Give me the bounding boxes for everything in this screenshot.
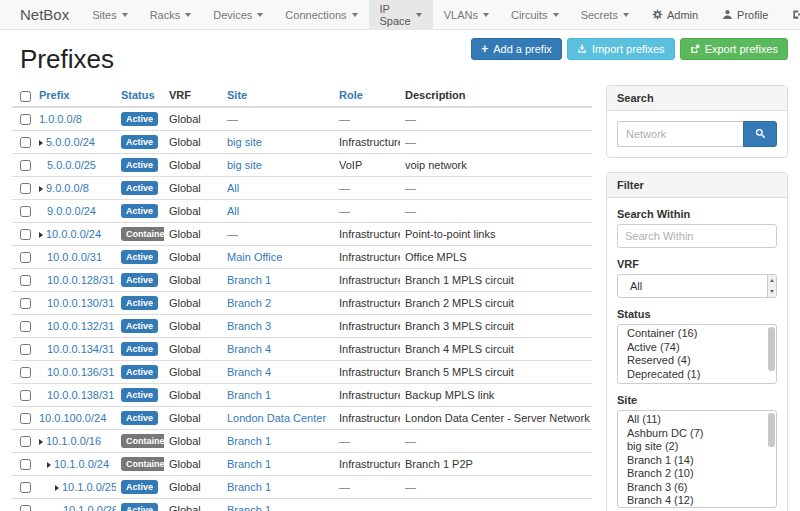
site-link[interactable]: Branch 1	[227, 274, 271, 286]
admin-link[interactable]: Admin	[640, 0, 710, 29]
expand-arrow-icon[interactable]	[39, 232, 43, 238]
select-all-checkbox[interactable]	[20, 91, 31, 102]
site-link[interactable]: Branch 1	[227, 481, 271, 493]
row-checkbox[interactable]	[20, 275, 31, 286]
brand-link[interactable]: NetBox	[8, 0, 81, 29]
nav-item-secrets[interactable]: Secrets	[570, 0, 640, 29]
column-sort-link[interactable]: Site	[227, 89, 247, 101]
prefix-link[interactable]: 10.0.0.128/31	[47, 274, 114, 286]
row-checkbox[interactable]	[20, 114, 31, 125]
prefix-link[interactable]: 10.0.0.130/31	[47, 297, 114, 309]
site-link[interactable]: All	[227, 182, 239, 194]
vrf-select[interactable]: All	[617, 274, 777, 298]
row-checkbox[interactable]	[20, 390, 31, 401]
search-input[interactable]	[617, 121, 743, 147]
nav-item-sites[interactable]: Sites	[81, 0, 138, 29]
column-sort-link[interactable]: Status	[121, 89, 155, 101]
listbox-option[interactable]: Deprecated (1)	[618, 368, 776, 382]
prefix-link[interactable]: 10.0.0.136/31	[47, 366, 114, 378]
prefix-link[interactable]: 10.0.0.138/31	[47, 389, 114, 401]
scrollbar-thumb[interactable]	[768, 327, 775, 371]
site-link[interactable]: Branch 2	[227, 297, 271, 309]
site-link[interactable]: big site	[227, 159, 262, 171]
import-prefixes-button[interactable]: Import prefixes	[567, 38, 675, 60]
site-link[interactable]: Branch 1	[227, 458, 271, 470]
prefix-link[interactable]: 5.0.0.0/24	[46, 136, 95, 148]
prefix-link[interactable]: 10.1.0.0/26	[63, 504, 116, 511]
nav-item-ip-space[interactable]: IP Space	[369, 0, 433, 29]
listbox-option[interactable]: Branch 4 (12)	[618, 494, 776, 508]
search-submit-button[interactable]	[743, 121, 777, 147]
row-checkbox[interactable]	[20, 183, 31, 194]
prefix-link[interactable]: 9.0.0.0/24	[47, 205, 96, 217]
prefix-link[interactable]: 5.0.0.0/25	[47, 159, 96, 171]
row-checkbox[interactable]	[20, 505, 31, 511]
row-checkbox[interactable]	[20, 367, 31, 378]
export-prefixes-button[interactable]: Export prefixes	[680, 38, 788, 60]
status-multiselect[interactable]: Container (16)Active (74)Reserved (4)Dep…	[617, 324, 777, 384]
nav-item-vlans[interactable]: VLANs	[433, 0, 500, 29]
expand-arrow-icon[interactable]	[39, 186, 43, 192]
profile-link[interactable]: Profile	[710, 0, 780, 29]
expand-arrow-icon[interactable]	[39, 140, 43, 146]
listbox-option[interactable]: big site (2)	[618, 440, 776, 454]
nav-item-connections[interactable]: Connections	[274, 0, 368, 29]
site-link[interactable]: All	[227, 205, 239, 217]
search-within-input[interactable]	[617, 224, 777, 248]
prefix-link[interactable]: 10.1.0.0/24	[54, 458, 109, 470]
site-link[interactable]: Branch 1	[227, 435, 271, 447]
prefix-link[interactable]: 1.0.0.0/8	[39, 113, 82, 125]
site-link[interactable]: Main Office	[227, 251, 282, 263]
prefix-link[interactable]: 10.0.0.0/31	[47, 251, 102, 263]
row-checkbox[interactable]	[20, 436, 31, 447]
scrollbar-thumb[interactable]	[768, 413, 775, 447]
logout-link[interactable]: Log out	[780, 0, 800, 29]
prefix-link[interactable]: 10.0.0.132/31	[47, 320, 114, 332]
row-checkbox[interactable]	[20, 459, 31, 470]
row-checkbox[interactable]	[20, 229, 31, 240]
expand-arrow-icon[interactable]	[39, 439, 43, 445]
nav-item-racks[interactable]: Racks	[139, 0, 203, 29]
select-spinner-icon[interactable]	[767, 275, 776, 297]
row-checkbox[interactable]	[20, 206, 31, 217]
listbox-option[interactable]: Ashburn DC (7)	[618, 427, 776, 441]
column-sort-link[interactable]: Prefix	[39, 89, 70, 101]
listbox-option[interactable]: Branch 3 (6)	[618, 481, 776, 495]
site-link[interactable]: Branch 4	[227, 366, 271, 378]
site-link[interactable]: Branch 1	[227, 389, 271, 401]
site-multiselect[interactable]: All (11)Ashburn DC (7)big site (2)Branch…	[617, 410, 777, 508]
prefix-link[interactable]: 10.0.100.0/24	[39, 412, 106, 424]
listbox-option[interactable]: Branch 1 (14)	[618, 454, 776, 468]
listbox-option[interactable]: Branch 5 (7)	[618, 508, 776, 509]
site-link[interactable]: big site	[227, 136, 262, 148]
add-prefix-button[interactable]: + Add a prefix	[471, 38, 562, 60]
row-checkbox[interactable]	[20, 160, 31, 171]
prefix-link[interactable]: 10.0.0.134/31	[47, 343, 114, 355]
listbox-option[interactable]: Reserved (4)	[618, 354, 776, 368]
listbox-option[interactable]: Active (74)	[618, 341, 776, 355]
prefix-link[interactable]: 10.1.0.0/25	[62, 481, 116, 493]
prefix-link[interactable]: 10.0.0.0/24	[46, 228, 101, 240]
prefix-link[interactable]: 9.0.0.0/8	[46, 182, 89, 194]
row-checkbox[interactable]	[20, 252, 31, 263]
row-checkbox[interactable]	[20, 137, 31, 148]
site-link[interactable]: Branch 4	[227, 343, 271, 355]
listbox-option[interactable]: Container (16)	[618, 327, 776, 341]
expand-arrow-icon[interactable]	[47, 462, 51, 468]
tree-indent	[39, 352, 47, 353]
site-link[interactable]: Branch 1	[227, 504, 271, 511]
row-checkbox[interactable]	[20, 298, 31, 309]
site-link[interactable]: Branch 3	[227, 320, 271, 332]
site-link[interactable]: London Data Center	[227, 412, 326, 424]
column-sort-link[interactable]: Role	[339, 89, 363, 101]
prefix-link[interactable]: 10.1.0.0/16	[46, 435, 101, 447]
nav-item-circuits[interactable]: Circuits	[500, 0, 570, 29]
nav-item-devices[interactable]: Devices	[202, 0, 274, 29]
listbox-option[interactable]: Branch 2 (10)	[618, 467, 776, 481]
listbox-option[interactable]: All (11)	[618, 413, 776, 427]
row-checkbox[interactable]	[20, 413, 31, 424]
row-checkbox[interactable]	[20, 321, 31, 332]
expand-arrow-icon[interactable]	[55, 485, 59, 491]
row-checkbox[interactable]	[20, 482, 31, 493]
row-checkbox[interactable]	[20, 344, 31, 355]
